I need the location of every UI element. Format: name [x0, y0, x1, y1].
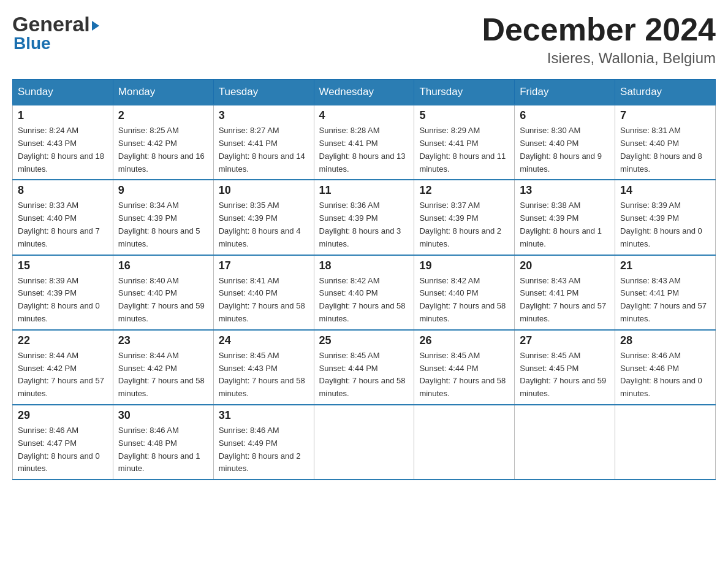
- day-info: Sunrise: 8:31 AM Sunset: 4:40 PM Dayligh…: [620, 124, 710, 175]
- day-info: Sunrise: 8:24 AM Sunset: 4:43 PM Dayligh…: [18, 124, 108, 175]
- sunset-text: Sunset: 4:39 PM: [620, 212, 710, 225]
- table-row: 29 Sunrise: 8:46 AM Sunset: 4:47 PM Dayl…: [13, 405, 113, 480]
- table-row: 17 Sunrise: 8:41 AM Sunset: 4:40 PM Dayl…: [213, 255, 314, 330]
- day-number: 16: [118, 259, 208, 272]
- sunset-text: Sunset: 4:44 PM: [319, 362, 409, 375]
- table-row: 9 Sunrise: 8:34 AM Sunset: 4:39 PM Dayli…: [113, 180, 213, 255]
- calendar-week-row: 22 Sunrise: 8:44 AM Sunset: 4:42 PM Dayl…: [13, 330, 716, 405]
- day-info: Sunrise: 8:35 AM Sunset: 4:39 PM Dayligh…: [219, 199, 309, 250]
- calendar-week-row: 1 Sunrise: 8:24 AM Sunset: 4:43 PM Dayli…: [13, 105, 716, 180]
- daylight-text: Daylight: 8 hours and 2 minutes.: [419, 225, 509, 251]
- daylight-text: Daylight: 8 hours and 9 minutes.: [520, 150, 610, 176]
- day-number: 4: [319, 109, 409, 122]
- sunset-text: Sunset: 4:40 PM: [520, 137, 610, 150]
- table-row: 7 Sunrise: 8:31 AM Sunset: 4:40 PM Dayli…: [615, 105, 716, 180]
- sunrise-text: Sunrise: 8:42 AM: [319, 275, 409, 288]
- day-info: Sunrise: 8:44 AM Sunset: 4:42 PM Dayligh…: [18, 350, 108, 400]
- day-number: 21: [620, 259, 710, 272]
- table-row: 24 Sunrise: 8:45 AM Sunset: 4:43 PM Dayl…: [213, 330, 314, 405]
- day-info: Sunrise: 8:45 AM Sunset: 4:44 PM Dayligh…: [319, 350, 409, 400]
- sunset-text: Sunset: 4:39 PM: [520, 212, 610, 225]
- day-number: 6: [520, 109, 610, 122]
- sunrise-text: Sunrise: 8:35 AM: [219, 199, 309, 212]
- table-row: 28 Sunrise: 8:46 AM Sunset: 4:46 PM Dayl…: [615, 330, 716, 405]
- table-row: 26 Sunrise: 8:45 AM Sunset: 4:44 PM Dayl…: [414, 330, 515, 405]
- calendar-week-row: 29 Sunrise: 8:46 AM Sunset: 4:47 PM Dayl…: [13, 405, 716, 480]
- table-row: 5 Sunrise: 8:29 AM Sunset: 4:41 PM Dayli…: [414, 105, 515, 180]
- sunset-text: Sunset: 4:40 PM: [219, 287, 309, 300]
- day-number: 7: [620, 109, 710, 122]
- sunrise-text: Sunrise: 8:45 AM: [219, 350, 309, 362]
- sunrise-text: Sunrise: 8:43 AM: [520, 275, 610, 288]
- sunset-text: Sunset: 4:44 PM: [419, 362, 509, 375]
- daylight-text: Daylight: 7 hours and 58 minutes.: [419, 300, 509, 326]
- sunrise-text: Sunrise: 8:41 AM: [219, 275, 309, 288]
- table-row: 19 Sunrise: 8:42 AM Sunset: 4:40 PM Dayl…: [414, 255, 515, 330]
- sunset-text: Sunset: 4:40 PM: [319, 287, 409, 300]
- daylight-text: Daylight: 8 hours and 1 minute.: [118, 450, 208, 476]
- sunset-text: Sunset: 4:40 PM: [118, 287, 208, 300]
- sunrise-text: Sunrise: 8:45 AM: [419, 350, 509, 362]
- sunrise-text: Sunrise: 8:25 AM: [118, 124, 208, 137]
- day-info: Sunrise: 8:43 AM Sunset: 4:41 PM Dayligh…: [620, 275, 710, 326]
- sunrise-text: Sunrise: 8:38 AM: [520, 199, 610, 212]
- day-info: Sunrise: 8:42 AM Sunset: 4:40 PM Dayligh…: [319, 275, 409, 326]
- daylight-text: Daylight: 8 hours and 14 minutes.: [219, 150, 309, 176]
- day-info: Sunrise: 8:45 AM Sunset: 4:45 PM Dayligh…: [520, 350, 610, 400]
- sunrise-text: Sunrise: 8:34 AM: [118, 199, 208, 212]
- logo-arrow-icon: [92, 21, 99, 31]
- sunset-text: Sunset: 4:43 PM: [18, 137, 108, 150]
- weekday-header-row: Sunday Monday Tuesday Wednesday Thursday…: [13, 80, 716, 105]
- day-number: 23: [118, 334, 208, 347]
- table-row: 25 Sunrise: 8:45 AM Sunset: 4:44 PM Dayl…: [314, 330, 414, 405]
- table-row: 14 Sunrise: 8:39 AM Sunset: 4:39 PM Dayl…: [615, 180, 716, 255]
- sunset-text: Sunset: 4:40 PM: [419, 287, 509, 300]
- sunset-text: Sunset: 4:41 PM: [219, 137, 309, 150]
- sunset-text: Sunset: 4:47 PM: [18, 437, 108, 450]
- day-number: 29: [18, 409, 108, 422]
- daylight-text: Daylight: 8 hours and 0 minutes.: [620, 375, 710, 400]
- daylight-text: Daylight: 8 hours and 8 minutes.: [620, 150, 710, 176]
- header-wednesday: Wednesday: [314, 80, 414, 105]
- table-row: 12 Sunrise: 8:37 AM Sunset: 4:39 PM Dayl…: [414, 180, 515, 255]
- daylight-text: Daylight: 8 hours and 4 minutes.: [219, 225, 309, 251]
- header-sunday: Sunday: [13, 80, 113, 105]
- day-number: 22: [18, 334, 108, 347]
- day-number: 13: [520, 184, 610, 197]
- table-row: 15 Sunrise: 8:39 AM Sunset: 4:39 PM Dayl…: [13, 255, 113, 330]
- sunrise-text: Sunrise: 8:39 AM: [620, 199, 710, 212]
- header-thursday: Thursday: [414, 80, 515, 105]
- location-title: Isieres, Wallonia, Belgium: [482, 50, 716, 67]
- day-number: 2: [118, 109, 208, 122]
- table-row: [515, 405, 615, 480]
- day-info: Sunrise: 8:40 AM Sunset: 4:40 PM Dayligh…: [118, 275, 208, 326]
- calendar-table: Sunday Monday Tuesday Wednesday Thursday…: [12, 79, 716, 480]
- title-area: December 2024 Isieres, Wallonia, Belgium: [482, 12, 716, 67]
- day-info: Sunrise: 8:33 AM Sunset: 4:40 PM Dayligh…: [18, 199, 108, 250]
- day-info: Sunrise: 8:28 AM Sunset: 4:41 PM Dayligh…: [319, 124, 409, 175]
- table-row: 8 Sunrise: 8:33 AM Sunset: 4:40 PM Dayli…: [13, 180, 113, 255]
- day-number: 31: [219, 409, 309, 422]
- daylight-text: Daylight: 7 hours and 57 minutes.: [620, 300, 710, 326]
- daylight-text: Daylight: 7 hours and 58 minutes.: [118, 375, 208, 400]
- day-info: Sunrise: 8:45 AM Sunset: 4:44 PM Dayligh…: [419, 350, 509, 400]
- daylight-text: Daylight: 7 hours and 59 minutes.: [520, 375, 610, 400]
- day-number: 18: [319, 259, 409, 272]
- day-info: Sunrise: 8:39 AM Sunset: 4:39 PM Dayligh…: [620, 199, 710, 250]
- sunset-text: Sunset: 4:46 PM: [620, 362, 710, 375]
- table-row: 4 Sunrise: 8:28 AM Sunset: 4:41 PM Dayli…: [314, 105, 414, 180]
- header-tuesday: Tuesday: [213, 80, 314, 105]
- sunset-text: Sunset: 4:40 PM: [620, 137, 710, 150]
- sunset-text: Sunset: 4:41 PM: [520, 287, 610, 300]
- sunset-text: Sunset: 4:42 PM: [18, 362, 108, 375]
- sunrise-text: Sunrise: 8:44 AM: [118, 350, 208, 362]
- day-number: 25: [319, 334, 409, 347]
- daylight-text: Daylight: 8 hours and 2 minutes.: [219, 450, 309, 476]
- sunrise-text: Sunrise: 8:31 AM: [620, 124, 710, 137]
- day-number: 20: [520, 259, 610, 272]
- daylight-text: Daylight: 7 hours and 58 minutes.: [219, 375, 309, 400]
- day-info: Sunrise: 8:45 AM Sunset: 4:43 PM Dayligh…: [219, 350, 309, 400]
- day-info: Sunrise: 8:46 AM Sunset: 4:46 PM Dayligh…: [620, 350, 710, 400]
- daylight-text: Daylight: 8 hours and 0 minutes.: [18, 300, 108, 326]
- day-number: 27: [520, 334, 610, 347]
